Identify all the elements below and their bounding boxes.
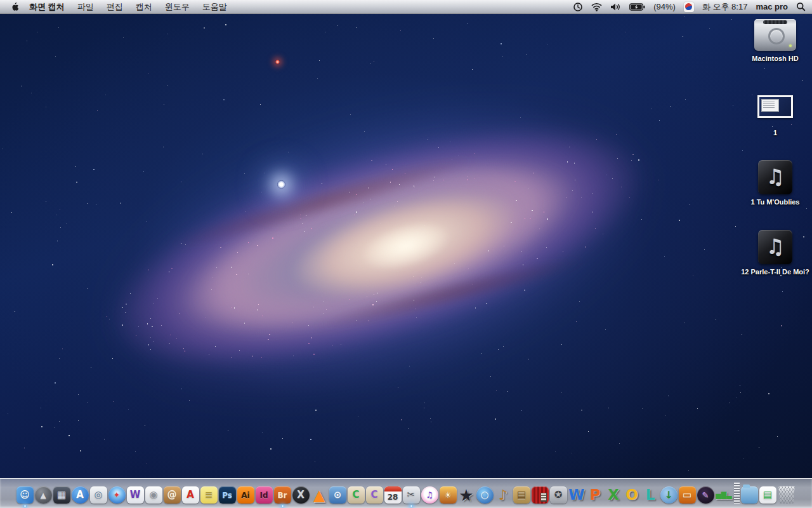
dock-converter-purple-c[interactable]: C bbox=[366, 486, 383, 504]
dock-app-store[interactable]: A bbox=[72, 486, 89, 504]
desktop-icon-art[interactable] bbox=[754, 19, 796, 51]
dock-icon-glyph: Id bbox=[259, 491, 268, 499]
active-app-menu[interactable]: 화면 캡처 bbox=[23, 1, 71, 13]
dock-idvd[interactable]: ○ bbox=[476, 486, 494, 504]
dock-indesign[interactable]: Id bbox=[256, 486, 273, 504]
dock-keynote[interactable]: ▭ bbox=[679, 486, 696, 504]
dock-toast[interactable]: ⊙ bbox=[329, 486, 346, 504]
menu-item[interactable]: 파일 bbox=[71, 0, 100, 13]
dock-itunes[interactable]: ♫ bbox=[421, 486, 438, 504]
dock-ms-excel[interactable]: X bbox=[605, 486, 622, 504]
dock-icon-glyph: ☀ bbox=[444, 491, 452, 499]
desktop-icon-screenshot-1[interactable]: 1 bbox=[738, 95, 812, 137]
galaxy-nucleus bbox=[351, 209, 461, 283]
dock-pinboard-collage[interactable]: ▤ bbox=[513, 486, 530, 504]
dock-garageband[interactable]: ♪ bbox=[495, 486, 512, 504]
dock-icon-glyph: ▦ bbox=[57, 490, 66, 500]
dock-icon-glyph: ✎ bbox=[702, 491, 709, 499]
dock-icon-glyph: ✂ bbox=[407, 490, 416, 500]
dock-bridge[interactable]: Br bbox=[274, 486, 291, 504]
dock-globe-download[interactable]: ↓ bbox=[660, 486, 678, 504]
menu-item[interactable]: 편집 bbox=[100, 0, 129, 13]
dock-w-globe-app[interactable]: W bbox=[127, 486, 144, 504]
desktop-icon-label: 1 bbox=[773, 128, 777, 137]
dock-converter-green-c[interactable]: C bbox=[348, 486, 365, 504]
bright-foreground-star bbox=[277, 180, 285, 189]
dock-icon-glyph: Ai bbox=[241, 491, 249, 499]
dock-adobe-reader[interactable]: A bbox=[182, 486, 199, 504]
dock-documents-folder[interactable] bbox=[741, 486, 758, 504]
dock-address-book[interactable]: @ bbox=[164, 486, 181, 504]
dock-iphoto[interactable]: ☀ bbox=[440, 486, 457, 504]
dock-icon-glyph: 28 bbox=[388, 493, 398, 501]
dock-icon-glyph: ✦ bbox=[114, 491, 121, 499]
battery-percent: (94%) bbox=[653, 2, 676, 11]
desktop-icon-art[interactable] bbox=[758, 230, 792, 264]
fast-user-switching-menu[interactable]: mac pro bbox=[756, 2, 788, 11]
desktop-icon-label: 1 Tu M'Oublies bbox=[751, 197, 800, 206]
dock-icon-glyph: ♪ bbox=[499, 488, 508, 502]
dock-pixelmator[interactable]: ✎ bbox=[697, 486, 714, 504]
dock-icon-glyph: ⊙ bbox=[334, 490, 342, 500]
dock-safari[interactable]: ✦ bbox=[108, 486, 126, 504]
dock-illustrator[interactable]: Ai bbox=[237, 486, 254, 504]
dock-icon-glyph: W bbox=[568, 488, 584, 502]
dock-downloads-stack[interactable]: ▤ bbox=[759, 486, 776, 504]
dock-icon-glyph: ▤ bbox=[517, 490, 526, 500]
apple-menu-icon[interactable] bbox=[6, 0, 23, 13]
desktop-icon-music-1[interactable]: 1 Tu M'Oublies bbox=[738, 160, 812, 206]
dock-mission-control[interactable]: ▦ bbox=[53, 486, 70, 504]
desktop-icon-art[interactable] bbox=[758, 160, 792, 194]
dock-imovie[interactable]: ★ bbox=[458, 486, 475, 504]
dock-icon-glyph: X bbox=[297, 490, 304, 500]
dock-icon-glyph: ▭ bbox=[683, 490, 691, 500]
dock-ms-outlook[interactable]: O bbox=[624, 486, 641, 504]
dock-icon-glyph: X bbox=[608, 488, 619, 502]
dock-finder[interactable]: ☺ bbox=[16, 486, 34, 504]
dock-vlc[interactable]: ▲ bbox=[311, 486, 328, 504]
menu-clock[interactable]: 화 오후 8:17 bbox=[702, 1, 748, 13]
menu-bar: 화면 캡처 파일 편집 캡처 윈도우 도움말 (94%) bbox=[0, 0, 812, 14]
desktop-icon-art[interactable] bbox=[757, 95, 793, 118]
dock-stickies[interactable]: ≡ bbox=[200, 486, 218, 504]
dock-icon-glyph: C bbox=[352, 490, 359, 500]
dock-photoshop[interactable]: Ps bbox=[219, 486, 236, 504]
menu-item[interactable]: 윈도우 bbox=[159, 0, 196, 13]
wifi-icon[interactable] bbox=[591, 3, 602, 11]
dock-icon-glyph: ◉ bbox=[149, 490, 157, 500]
time-machine-icon[interactable] bbox=[573, 2, 583, 12]
dock-photo-booth[interactable] bbox=[532, 486, 549, 504]
dock-icon-glyph: ★ bbox=[459, 487, 473, 504]
volume-icon[interactable] bbox=[610, 3, 621, 11]
dock-icon-glyph: ▲ bbox=[313, 488, 325, 503]
dock-numbers[interactable]: ▅▇▃ bbox=[716, 486, 733, 504]
dock-icon-glyph: ○ bbox=[480, 490, 488, 500]
dock-xee[interactable]: X bbox=[292, 486, 310, 504]
dock-icon-glyph: ✪ bbox=[554, 490, 563, 500]
dock-ms-lync[interactable]: L bbox=[642, 486, 659, 504]
desktop-icon-music-12[interactable]: 12 Parle-T-Il De Moi? bbox=[738, 230, 812, 276]
dock-facetime[interactable]: ◉ bbox=[145, 486, 162, 504]
desktop-icon-label: 12 Parle-T-Il De Moi? bbox=[741, 267, 809, 276]
dock-icon-glyph: ▲ bbox=[40, 491, 46, 499]
battery-charging-icon[interactable] bbox=[629, 3, 645, 11]
dock-icon-glyph: ▤ bbox=[763, 490, 772, 500]
dock-preview[interactable]: ◎ bbox=[90, 486, 107, 504]
korean-input-flag-icon[interactable] bbox=[684, 2, 694, 12]
desktop-icon-macintosh-hd[interactable]: Macintosh HD bbox=[738, 19, 812, 63]
dock-launchpad[interactable]: ▲ bbox=[35, 486, 52, 504]
spotlight-icon[interactable] bbox=[796, 2, 806, 11]
dock-trash[interactable] bbox=[778, 486, 796, 504]
dock-grab[interactable]: ✂ bbox=[403, 486, 420, 504]
dock-icon-glyph: ≡ bbox=[205, 490, 213, 500]
dock-seal-badge-app[interactable]: ✪ bbox=[550, 486, 567, 504]
dock-separator bbox=[734, 483, 740, 504]
dock-icon-glyph: Br bbox=[277, 491, 287, 499]
menu-item[interactable]: 캡처 bbox=[129, 0, 159, 13]
dock-icon-glyph: ▅▇▃ bbox=[716, 491, 731, 498]
menu-item[interactable]: 도움말 bbox=[196, 0, 233, 13]
dock-ms-powerpoint[interactable]: P bbox=[587, 486, 604, 504]
dock-ms-word[interactable]: W bbox=[568, 486, 586, 504]
dock-ical-28[interactable]: 28 bbox=[384, 486, 402, 504]
galaxy-dust-lane bbox=[275, 237, 626, 350]
